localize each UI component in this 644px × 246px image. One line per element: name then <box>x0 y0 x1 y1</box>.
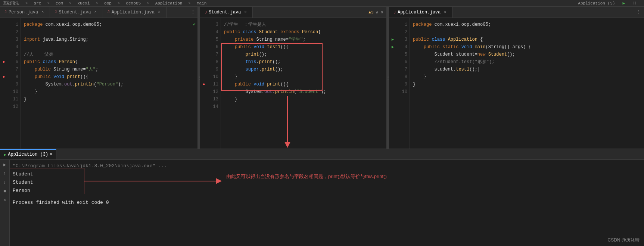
pause-icon[interactable]: ⏸ <box>632 1 637 6</box>
run-button-icon[interactable]: ▶ <box>622 1 625 6</box>
console-output-line-3: Person <box>13 187 641 195</box>
nav-up-icon[interactable]: ∧ <box>376 9 379 15</box>
java-icon: J <box>4 10 7 14</box>
left-gutter: ● ● <box>0 18 7 149</box>
run-config-label: Application (3) <box>578 1 615 6</box>
console-exit-line: Process finished with exit code 0 <box>13 199 641 207</box>
left-code-content: package com.xuexi.oop.demo05; import jav… <box>21 18 197 149</box>
right-code-content: package com.xuexi.oop.demo05; public cla… <box>410 18 644 149</box>
tab-more-mid[interactable]: ▲3 ∧ ∨ <box>366 7 386 18</box>
nav-down-icon[interactable]: ∨ <box>381 9 383 15</box>
tab-person-java[interactable]: J Person.java × <box>0 7 50 18</box>
console-body: ▶ ↑ ↓ ■ × "C:\Program Files\Java\jdk1.8.… <box>0 160 644 246</box>
right-gutter: ▶ ▶ <box>389 18 396 149</box>
tab-application-java-right[interactable]: J Application.java × <box>389 7 452 18</box>
console-area: ▶ Application (3) × ▶ ↑ ↓ ■ × "C:\Progra… <box>0 149 644 246</box>
right-code-area: ▶ ▶ 12345 678910 package com.xuexi.oop.d… <box>389 18 644 149</box>
breadcrumb-item: src <box>34 1 41 6</box>
left-editor-panel: J Person.java × J Student.java × J Appli… <box>0 7 198 149</box>
breadcrumb-item: xuexi <box>77 1 90 6</box>
middle-line-numbers: 34567 89101112 1314 <box>208 18 221 149</box>
java-icon: J <box>205 10 207 15</box>
middle-code-area: ● 34567 89101112 1314 //学生 ：学生是人 public … <box>200 18 386 149</box>
run-line-4: ▶ <box>390 43 396 51</box>
breadcrumb-item: com <box>56 1 63 6</box>
breadcrumb-item: demo05 <box>126 1 141 6</box>
breakpoint-6[interactable]: ● <box>1 58 7 66</box>
right-tab-bar: J Application.java × ⋮ <box>389 7 644 18</box>
close-icon[interactable]: × <box>442 10 448 15</box>
tab-application-java-left[interactable]: J Application.java × <box>103 7 167 18</box>
console-cmd-line: "C:\Program Files\Java\jdk1.8.0_202\bin\… <box>13 162 641 170</box>
breadcrumb-item: oop <box>104 1 112 6</box>
sync-check-icon: ✓ <box>193 21 196 27</box>
middle-editor-panel: J Student.java × ▲3 ∧ ∨ ● <box>200 7 387 149</box>
top-bar-right: Application (3) ▶ ⏸ <box>578 1 641 6</box>
middle-tab-bar: J Student.java × ▲3 ∧ ∨ <box>200 7 386 18</box>
console-annotation-arrow <box>84 175 226 187</box>
java-icon: J <box>108 10 110 14</box>
tab-student-java-mid[interactable]: J Student.java × <box>200 7 253 18</box>
watermark: CSDN @历沐晴 <box>607 237 640 243</box>
breadcrumb: 基础语法 > src > com > xuexi > oop > demo05 … <box>3 0 211 6</box>
breadcrumb-item: main <box>197 1 206 6</box>
console-tab-label: Application (3) <box>8 152 48 157</box>
close-icon[interactable]: × <box>50 152 52 157</box>
breadcrumb-item: 基础语法 <box>3 0 19 6</box>
close-icon[interactable]: × <box>93 10 98 15</box>
console-tab-application[interactable]: ▶ Application (3) × <box>0 149 56 159</box>
breakpoint-11[interactable]: ● <box>201 81 207 88</box>
breakpoint-8[interactable]: ● <box>1 73 7 81</box>
middle-gutter: ● <box>200 18 208 149</box>
console-tab-bar: ▶ Application (3) × <box>0 149 644 160</box>
middle-code-content: //学生 ：学生是人 public class Student extends … <box>221 18 386 149</box>
editors-container: J Person.java × J Student.java × J Appli… <box>0 7 644 149</box>
sidebar-up-icon[interactable]: ↑ <box>1 170 8 177</box>
breadcrumb-item: Application <box>155 1 183 6</box>
sidebar-run-icon[interactable]: ▶ <box>1 161 8 168</box>
top-bar: 基础语法 > src > com > xuexi > oop > demo05 … <box>0 0 644 7</box>
right-editor-panel: J Application.java × ⋮ ▶ ▶ 12345 678 <box>389 7 644 149</box>
sidebar-stop-icon[interactable]: ■ <box>1 188 8 195</box>
left-code-area: ● ● 12345 678910 1112 package com.xuexi.… <box>0 18 197 149</box>
java-icon: J <box>393 10 396 15</box>
close-icon[interactable]: × <box>156 10 162 15</box>
close-icon[interactable]: × <box>40 10 45 15</box>
java-icon: J <box>55 10 57 14</box>
run-line-3: ▶ <box>390 36 396 43</box>
tab-more-right[interactable]: ⋮ <box>634 7 644 18</box>
left-tab-bar: J Person.java × J Student.java × J Appli… <box>0 7 197 18</box>
run-icon: ▶ <box>4 152 6 158</box>
tab-more-button[interactable]: ⋮ <box>189 7 197 18</box>
left-line-numbers: 12345 678910 1112 <box>7 18 21 149</box>
console-output: "C:\Program Files\Java\jdk1.8.0_202\bin\… <box>10 160 644 246</box>
console-sidebar: ▶ ↑ ↓ ■ × <box>0 160 10 246</box>
sidebar-close-icon[interactable]: × <box>1 197 8 204</box>
tab-student-java-left[interactable]: J Student.java × <box>50 7 103 18</box>
right-line-numbers: 12345 678910 <box>396 18 410 149</box>
warning-count: ▲3 <box>368 10 373 15</box>
sidebar-down-icon[interactable]: ↓ <box>1 179 8 186</box>
close-icon[interactable]: × <box>243 10 248 15</box>
